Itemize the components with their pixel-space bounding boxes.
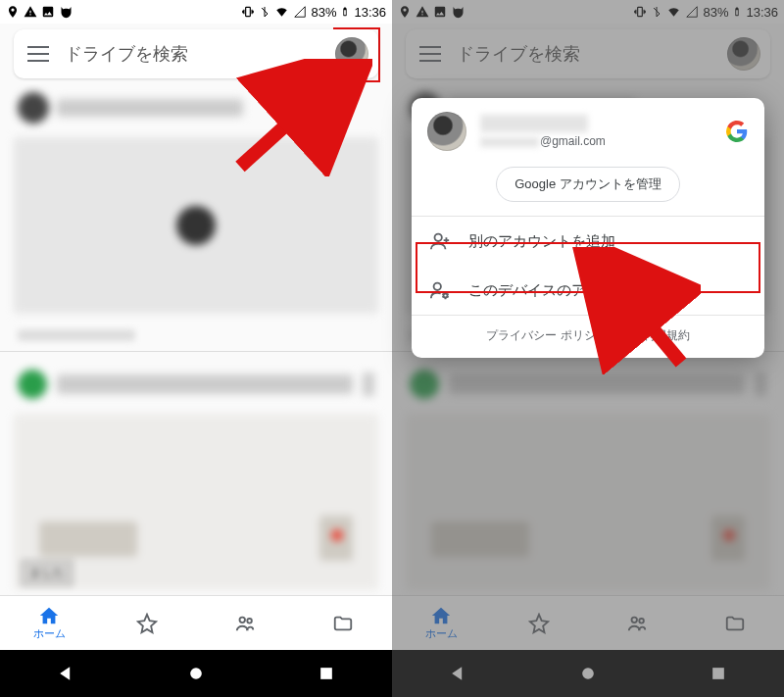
location-icon xyxy=(6,5,20,19)
bottom-nav-bar: ホーム xyxy=(392,595,784,650)
snackbar: ました xyxy=(20,559,74,587)
nav-tab-files[interactable] xyxy=(686,613,784,634)
search-input[interactable]: ドライブを検索 xyxy=(457,42,727,66)
status-left-icons xyxy=(6,5,74,20)
account-avatar[interactable] xyxy=(335,37,368,71)
blurred-text xyxy=(18,329,135,341)
nav-tab-files[interactable] xyxy=(294,613,392,634)
image-icon xyxy=(41,5,55,19)
blurred-row xyxy=(410,367,766,402)
blurred-row xyxy=(18,92,243,124)
manage-device-accounts-label: このデバイスのアカウントを管理 xyxy=(468,281,689,300)
android-back-button[interactable] xyxy=(448,664,467,683)
vibrate-icon xyxy=(241,5,255,19)
blurred-card xyxy=(14,137,378,314)
android-nav-bar xyxy=(392,650,784,697)
svg-rect-9 xyxy=(712,668,724,679)
vibrate-icon xyxy=(633,5,647,19)
svg-point-2 xyxy=(247,618,252,622)
android-home-button[interactable] xyxy=(578,664,598,683)
svg-point-11 xyxy=(434,283,441,290)
warning-icon xyxy=(24,5,37,19)
account-email: @gmail.com xyxy=(480,134,711,148)
nav-tab-shared[interactable] xyxy=(588,613,686,634)
nav-tab-starred[interactable] xyxy=(98,613,196,634)
svg-point-3 xyxy=(190,668,202,679)
battery-percent: 83% xyxy=(311,5,336,20)
battery-icon xyxy=(340,4,350,20)
nav-tab-home[interactable]: ホーム xyxy=(0,605,98,641)
nav-tab-home[interactable]: ホーム xyxy=(392,605,490,641)
status-left-icons xyxy=(398,5,466,20)
manage-google-account-button[interactable]: Google アカウントを管理 xyxy=(496,167,680,202)
popup-footer-links: プライバシー ポリシー ・ 利用規約 xyxy=(412,316,764,352)
android-status-bar: 83% 13:36 xyxy=(0,0,392,24)
status-right-icons: 83% 13:36 xyxy=(241,4,386,20)
blurred-card xyxy=(406,414,770,590)
android-nav-bar xyxy=(0,650,392,697)
android-overview-button[interactable] xyxy=(709,664,728,683)
terms-link[interactable]: 利用規約 xyxy=(643,327,690,344)
clock: 13:36 xyxy=(746,5,778,20)
svg-point-12 xyxy=(443,293,447,297)
cat-icon xyxy=(451,5,466,20)
account-avatar xyxy=(427,112,466,151)
menu-icon[interactable] xyxy=(419,46,441,62)
clock: 13:36 xyxy=(354,5,386,20)
image-icon xyxy=(433,5,447,19)
android-overview-button[interactable] xyxy=(317,664,336,683)
nav-tab-label: ホーム xyxy=(33,626,66,641)
nav-tab-starred[interactable] xyxy=(490,613,588,634)
bluetooth-icon xyxy=(259,5,270,19)
drive-home-content: ました xyxy=(0,84,392,595)
person-add-icon xyxy=(429,230,451,252)
popup-current-account[interactable]: @gmail.com xyxy=(412,98,764,161)
separator-dot: ・ xyxy=(619,327,631,344)
android-back-button[interactable] xyxy=(56,664,75,683)
search-appbar: ドライブを検索 xyxy=(406,29,770,78)
bottom-nav-bar: ホーム xyxy=(0,595,392,650)
search-appbar: ドライブを検索 xyxy=(14,29,378,78)
svg-point-10 xyxy=(435,234,442,241)
bluetooth-icon xyxy=(651,5,662,19)
svg-point-1 xyxy=(240,617,246,622)
warning-icon xyxy=(416,5,429,19)
manage-device-accounts-item[interactable]: このデバイスのアカウントを管理 xyxy=(412,266,764,315)
svg-rect-4 xyxy=(320,668,332,679)
account-switcher-popup: @gmail.com Google アカウントを管理 別のアカウントを追加 この… xyxy=(412,98,764,358)
wifi-icon xyxy=(274,5,289,19)
nav-tab-shared[interactable] xyxy=(196,613,294,634)
search-input[interactable]: ドライブを検索 xyxy=(65,42,335,66)
account-avatar[interactable] xyxy=(727,37,760,71)
svg-point-7 xyxy=(639,618,644,622)
android-status-bar: 83% 13:36 xyxy=(392,0,784,24)
blurred-row xyxy=(18,367,374,402)
privacy-policy-link[interactable]: プライバシー ポリシー xyxy=(486,327,607,344)
nav-tab-label: ホーム xyxy=(425,626,458,641)
google-logo-icon xyxy=(725,120,749,143)
wifi-icon xyxy=(666,5,681,19)
battery-icon xyxy=(732,4,742,20)
person-settings-icon xyxy=(429,279,451,301)
svg-rect-5 xyxy=(638,7,643,16)
menu-icon[interactable] xyxy=(27,46,49,62)
svg-point-6 xyxy=(632,617,638,622)
add-account-label: 別のアカウントを追加 xyxy=(468,232,615,251)
email-local-blurred xyxy=(480,137,539,147)
signal-icon xyxy=(293,5,307,19)
divider xyxy=(0,351,392,352)
signal-icon xyxy=(685,5,699,19)
account-display-name-blurred xyxy=(480,115,588,132)
add-another-account-item[interactable]: 別のアカウントを追加 xyxy=(412,217,764,266)
status-right-icons: 83% 13:36 xyxy=(633,4,778,20)
cat-icon xyxy=(59,5,74,20)
battery-percent: 83% xyxy=(703,5,728,20)
svg-point-8 xyxy=(582,668,594,679)
email-domain: @gmail.com xyxy=(540,134,606,148)
location-icon xyxy=(398,5,412,19)
svg-rect-0 xyxy=(246,7,251,16)
android-home-button[interactable] xyxy=(186,664,206,683)
